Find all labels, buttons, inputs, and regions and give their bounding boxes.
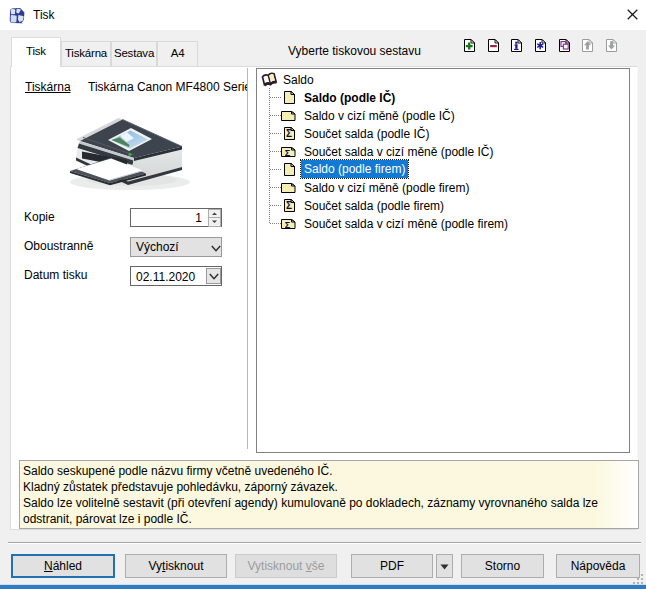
svg-text:Σ: Σ (286, 128, 292, 139)
svg-text:Σ: Σ (286, 200, 292, 211)
svg-text:Σ: Σ (285, 148, 291, 158)
svg-text:Σ: Σ (285, 220, 291, 230)
